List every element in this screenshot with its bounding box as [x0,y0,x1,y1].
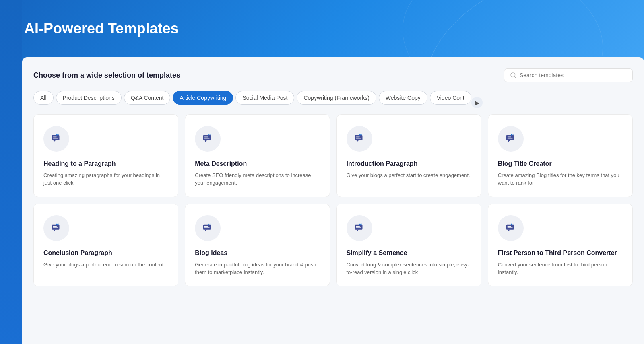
template-icon [505,133,517,145]
card-icon-wrap [347,215,372,241]
tab-qa-content[interactable]: Q&A Content [124,91,171,105]
svg-rect-41 [512,224,513,225]
svg-rect-13 [356,136,359,137]
card-title: Introduction Paragraph [347,160,471,168]
search-icon [510,72,516,78]
card-icon-wrap [195,126,221,152]
card-description: Creating amazing paragraphs for your hea… [43,171,168,187]
filter-tabs-wrapper: AllProduct DescriptionsQ&A ContentArticl… [33,91,633,114]
svg-rect-39 [507,227,512,228]
svg-rect-7 [203,135,211,140]
svg-rect-19 [507,138,512,138]
svg-rect-31 [210,224,211,225]
filter-tabs: AllProduct DescriptionsQ&A ContentArticl… [33,91,471,105]
tab-website-copy[interactable]: Website Copy [379,91,427,105]
card-icon-wrap [347,126,372,152]
template-icon [50,222,62,234]
svg-rect-16 [361,134,362,135]
svg-rect-14 [356,138,361,138]
template-icon [353,222,365,234]
svg-rect-35 [359,224,361,225]
content-panel: Choose from a wide selection of template… [22,57,644,344]
tab-article-copywriting[interactable]: Article Copywriting [173,91,233,105]
svg-rect-34 [356,227,361,228]
svg-rect-25 [56,224,58,225]
template-card-simplify-sentence[interactable]: Simplify a Sentence Convert long & compl… [336,204,481,286]
card-description: Convert long & complex sentences into si… [347,261,471,276]
svg-rect-37 [506,224,514,229]
template-icon [202,222,214,234]
card-title: Blog Ideas [195,249,320,257]
svg-rect-27 [203,224,211,229]
svg-rect-22 [52,224,60,229]
svg-rect-4 [53,138,58,138]
svg-rect-10 [208,134,209,136]
card-title: First Person to Third Person Converter [498,249,623,257]
template-card-conclusion-paragraph[interactable]: Conclusion Paragraph Give your blogs a p… [33,204,178,286]
tab-social-media[interactable]: Social Media Post [235,91,294,105]
svg-rect-17 [506,135,514,140]
card-icon-wrap [43,215,69,241]
card-icon-wrap [498,215,524,241]
card-description: Generate impactful blog ideas for your b… [195,261,320,276]
template-card-intro-paragraph[interactable]: Introduction Paragraph Give your blogs a… [336,114,481,197]
svg-rect-30 [208,224,209,225]
svg-rect-33 [356,226,359,227]
templates-grid-row2: Conclusion Paragraph Give your blogs a p… [33,204,633,286]
template-icon [50,133,62,145]
svg-rect-23 [53,226,57,227]
search-box[interactable] [504,68,633,82]
panel-subtitle: Choose from a wide selection of template… [33,71,180,80]
svg-rect-3 [53,136,57,137]
svg-rect-8 [204,136,208,137]
svg-rect-11 [210,134,211,135]
template-card-heading-paragraph[interactable]: Heading to a Paragraph Creating amazing … [33,114,178,197]
templates-grid-row1: Heading to a Paragraph Creating amazing … [33,114,633,197]
template-card-meta-description[interactable]: Meta Description Create SEO friendly met… [185,114,330,197]
search-input[interactable] [520,72,627,78]
sidebar-strip [0,0,22,344]
card-icon-wrap [498,126,524,152]
svg-rect-29 [204,227,210,228]
card-description: Convert your sentence from first to thir… [498,261,623,276]
card-title: Blog Title Creator [498,160,623,168]
svg-rect-24 [53,227,58,228]
svg-rect-26 [58,224,59,225]
card-description: Give your blogs a perfect start to creat… [347,171,471,179]
card-description: Create amazing Blog titles for the key t… [498,171,623,187]
card-title: Meta Description [195,160,320,168]
tab-video-content[interactable]: Video Cont [430,91,471,105]
card-description: Create SEO friendly meta descriptions to… [195,171,320,187]
template-icon [353,133,365,145]
svg-rect-5 [56,134,58,136]
svg-rect-9 [204,138,210,138]
svg-rect-20 [511,134,512,136]
card-icon-wrap [195,215,221,241]
top-bar: Choose from a wide selection of template… [33,68,633,82]
tab-all[interactable]: All [33,91,54,105]
template-icon [505,222,517,234]
tabs-more-button[interactable]: ▶ [471,97,483,108]
svg-rect-2 [52,135,60,140]
card-icon-wrap [43,126,69,152]
card-title: Heading to a Paragraph [43,160,168,168]
svg-rect-12 [355,135,362,140]
svg-rect-15 [359,134,361,136]
page-title: AI-Powered Templates [0,12,644,45]
svg-rect-40 [511,224,512,225]
template-card-blog-title-creator[interactable]: Blog Title Creator Create amazing Blog t… [488,114,633,197]
svg-line-1 [514,76,516,78]
svg-rect-32 [355,224,362,229]
svg-rect-38 [507,226,511,227]
svg-rect-18 [507,136,511,137]
svg-rect-21 [512,134,513,135]
svg-rect-28 [204,226,208,227]
tab-copywriting-frameworks[interactable]: Copywriting (Frameworks) [297,91,376,105]
card-title: Conclusion Paragraph [43,249,168,257]
template-card-blog-ideas[interactable]: Blog Ideas Generate impactful blog ideas… [185,204,330,286]
svg-rect-6 [58,134,59,135]
card-description: Give your blogs a perfect end to sum up … [43,261,168,269]
svg-rect-36 [361,224,362,225]
template-card-first-third-person[interactable]: First Person to Third Person Converter C… [488,204,633,286]
tab-product-descriptions[interactable]: Product Descriptions [56,91,122,105]
